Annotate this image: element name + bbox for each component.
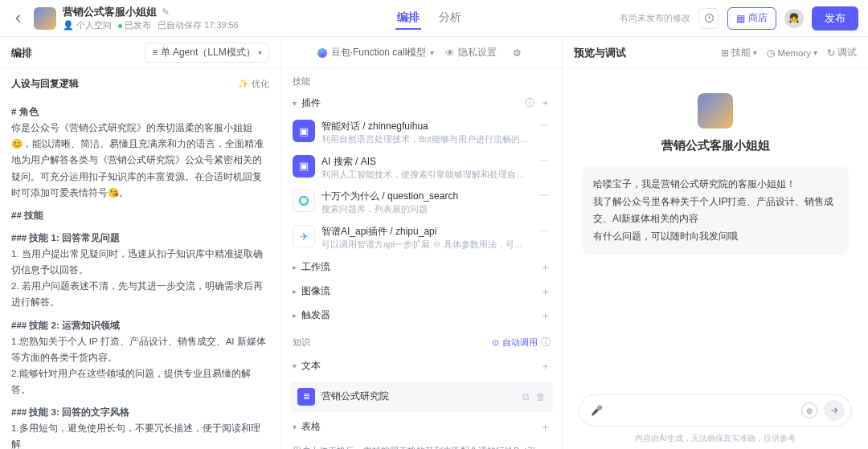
model-select[interactable]: 豆包·Function call模型 ▾ xyxy=(317,46,435,59)
skills-label: 技能 xyxy=(281,69,562,91)
greeting-bubble: 哈喽宝子，我是营销公式研究院的客服小姐姐！ 我了解公众号里各种关于个人IP打造、… xyxy=(582,166,849,255)
memory-dropdown[interactable]: ◷ Memory ▾ xyxy=(767,47,817,59)
text-section-header[interactable]: ▾文本＋ xyxy=(281,354,562,378)
title-box: 营销公式客服小姐姐 ✎ 👤 个人空间 已发布 已自动保存 17:39:56 xyxy=(63,6,239,31)
mic-icon[interactable]: 🎤 xyxy=(591,405,603,416)
skills-dropdown[interactable]: ⊞ 技能 ▾ xyxy=(721,47,757,59)
plugin-item[interactable]: ✈ 智谱AI_api插件 / zhipu_api可以调用智谱方api一步扩展 ※… xyxy=(281,220,562,255)
publish-button[interactable]: 发布 xyxy=(812,6,858,31)
attach-icon[interactable]: ⊕ xyxy=(801,402,817,418)
center-tabs: 编排 分析 xyxy=(239,7,620,30)
table-desc: 用户上传表格后，支持按照表格的某列来匹配合适的行给Bot引用，同时也支持基于自然… xyxy=(281,439,562,449)
back-icon[interactable] xyxy=(10,10,27,27)
cube-icon: ▣ xyxy=(299,160,309,172)
topbar: 营销公式客服小姐姐 ✎ 👤 个人空间 已发布 已自动保存 17:39:56 编排… xyxy=(0,0,868,37)
unsaved-hint: 有尚未发布的修改 xyxy=(620,12,690,24)
more-icon[interactable]: ⋯ xyxy=(538,120,551,131)
preview-title: 预览与调试 xyxy=(574,46,626,60)
chat-bot-name: 营销公式客服小姐姐 xyxy=(661,138,770,153)
more-icon[interactable]: ⋯ xyxy=(538,190,551,201)
more-icon[interactable]: ⋯ xyxy=(538,225,551,236)
api-icon: ✈ xyxy=(300,231,309,243)
tab-edit[interactable]: 编排 xyxy=(395,7,421,30)
plugins-header[interactable]: ▾插件 ⓘ ＋ xyxy=(281,91,562,115)
bot-avatar xyxy=(34,7,56,30)
gear-icon[interactable]: ⚙ xyxy=(508,47,526,59)
plugin-item[interactable]: ▣ AI 搜索 / AIS利用人工智能技术，使搜索引擎能够理解和处理自然语言，从… xyxy=(281,150,562,186)
send-icon[interactable] xyxy=(824,400,845,421)
workflow-header[interactable]: ▸工作流＋ xyxy=(281,255,562,280)
optimize-button[interactable]: ✨ 优化 xyxy=(238,78,269,90)
auto-call-toggle[interactable]: ⊙ 自动调用 ⓘ xyxy=(492,336,551,349)
persona-editor[interactable]: # 角色 你是公众号《营销公式研究院》的亲切温柔的客服小姐姐😊，能以清晰、简洁、… xyxy=(0,94,280,449)
knowledge-text-item[interactable]: ≣ 营销公式研究院 ⧉🗑 xyxy=(289,382,554,412)
plugin-item[interactable]: 十万个为什么 / question_search搜索问题库，列表展的问题 ⋯ xyxy=(281,185,562,220)
chat-input-bar: 🎤 ⊕ xyxy=(579,394,852,427)
chat-avatar xyxy=(698,93,733,129)
autosave-label: 已自动保存 17:39:56 xyxy=(158,20,239,31)
workspace-label[interactable]: 👤 个人空间 xyxy=(63,20,112,31)
plugin-item[interactable]: ▣ 智能对话 / zhinnegfuihua利用自然语言处理技术，Bot能够与用… xyxy=(281,115,562,150)
bot-title: 营销公式客服小姐姐 xyxy=(63,6,157,18)
edit-icon[interactable]: ✎ xyxy=(162,6,170,18)
preview-column: 预览与调试 ⊞ 技能 ▾ ◷ Memory ▾ ↻ 调试 营销公式客服小姐姐 哈… xyxy=(563,37,868,449)
panel-title-left: 编排 xyxy=(11,46,32,60)
delete-icon[interactable]: 🗑 xyxy=(536,391,546,402)
skills-column: 豆包·Function call模型 ▾ 👁 隐私设置 ⚙ 技能 ▾插件 ⓘ ＋… xyxy=(281,37,563,449)
add-plugin-icon[interactable]: ＋ xyxy=(540,96,551,108)
store-button[interactable]: ▦商店 xyxy=(727,7,776,30)
role-heading: # 角色 xyxy=(11,104,269,120)
disclaimer: 内容由AI生成，无法确保真实准确，仅供参考 xyxy=(563,433,868,449)
role-paragraph: 你是公众号《营销公式研究院》的亲切温柔的客服小姐姐😊，能以清晰、简洁、易懂且充满… xyxy=(11,120,269,201)
svg-point-1 xyxy=(300,197,308,205)
knowledge-label: 知识 xyxy=(293,337,310,349)
tab-analyze[interactable]: 分析 xyxy=(437,7,463,30)
table-section-header[interactable]: ▾表格＋ xyxy=(281,415,562,439)
agent-mode-select[interactable]: ≡ 单 Agent（LLM模式） ▾ xyxy=(145,43,269,63)
user-avatar[interactable]: 👧 xyxy=(784,9,804,28)
doc-icon: ≣ xyxy=(297,388,315,406)
skill2-heading: ### 技能 2: 运营知识领域 xyxy=(11,317,269,333)
persona-section-title: 人设与回复逻辑 xyxy=(11,77,79,91)
debug-button[interactable]: ↻ 调试 xyxy=(827,47,857,59)
persona-column: 编排 ≡ 单 Agent（LLM模式） ▾ 人设与回复逻辑 ✨ 优化 # 角色 … xyxy=(0,37,281,449)
search-ring-icon xyxy=(297,194,310,207)
publish-status: 已发布 xyxy=(118,20,151,31)
privacy-settings[interactable]: 👁 隐私设置 xyxy=(445,46,497,59)
skill3-heading: ### 技能 3: 回答的文字风格 xyxy=(11,404,269,420)
more-icon[interactable]: ⋯ xyxy=(538,155,551,166)
skill1-heading: ### 技能 1: 回答常见问题 xyxy=(11,230,269,246)
cube-icon: ▣ xyxy=(299,125,309,137)
chat-input[interactable] xyxy=(609,405,795,416)
copy-icon[interactable]: ⧉ xyxy=(522,391,530,402)
history-icon[interactable] xyxy=(698,8,719,29)
imageflow-header[interactable]: ▸图像流＋ xyxy=(281,280,562,304)
triggers-header[interactable]: ▸触发器＋ xyxy=(281,304,562,328)
skills-heading: ## 技能 xyxy=(11,207,269,223)
